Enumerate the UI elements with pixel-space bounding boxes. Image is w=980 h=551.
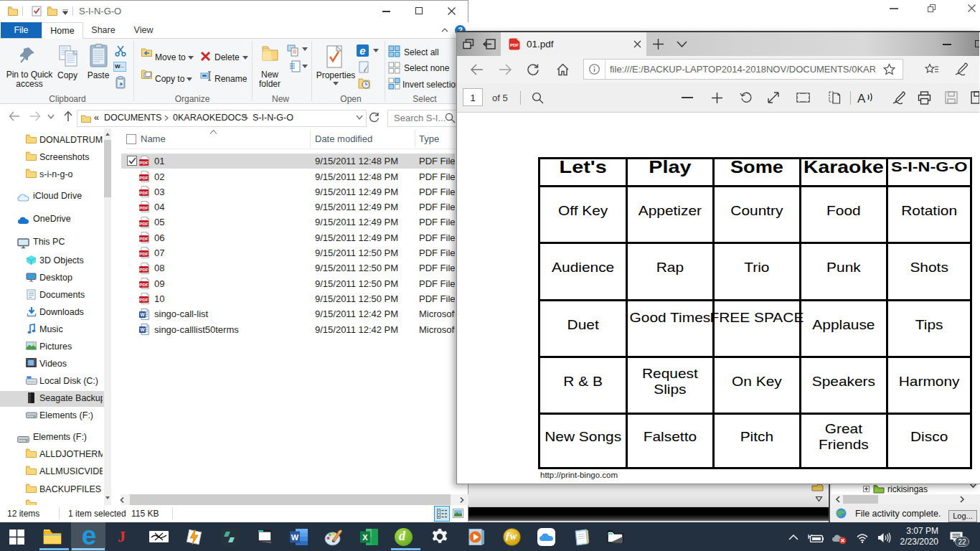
svg-text:PDF: PDF: [139, 160, 149, 165]
svg-text:PDF: PDF: [139, 251, 149, 256]
svg-text:PDF: PDF: [510, 43, 519, 47]
svg-text:W: W: [140, 327, 145, 332]
svg-text:PDF: PDF: [139, 282, 149, 287]
svg-text:X: X: [362, 533, 368, 542]
svg-text:PDF: PDF: [139, 205, 149, 210]
svg-text:PDF: PDF: [139, 297, 149, 302]
svg-text:PDF: PDF: [139, 267, 149, 272]
svg-text:PDF: PDF: [139, 190, 149, 195]
svg-text:W: W: [140, 312, 145, 317]
svg-text:A: A: [857, 92, 866, 105]
svg-text:PDF: PDF: [139, 175, 149, 180]
svg-text:PDF: PDF: [139, 236, 149, 241]
svg-text:W: W: [291, 533, 299, 542]
svg-text:PDF: PDF: [139, 221, 149, 226]
